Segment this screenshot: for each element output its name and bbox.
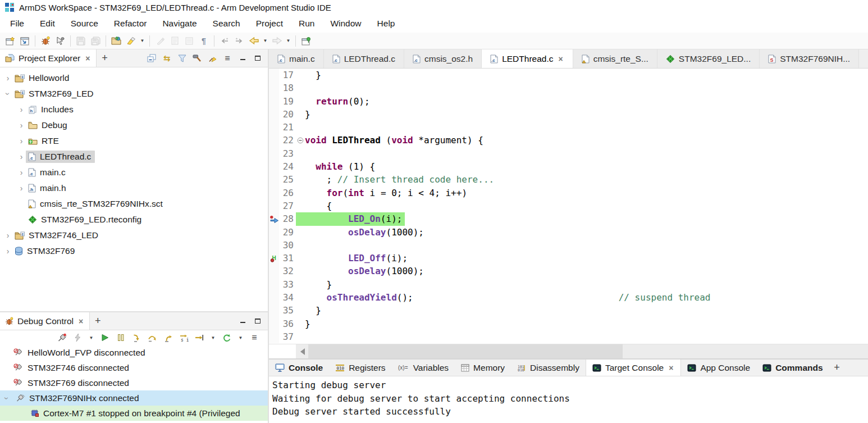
step-out-icon[interactable] (162, 331, 173, 344)
tree-item[interactable]: ›.cLEDThread.c (0, 149, 268, 165)
debug-select-icon[interactable] (53, 34, 67, 48)
fold-minus-icon[interactable] (296, 134, 305, 147)
editor-tab-main-c[interactable]: .cmain.c (269, 49, 324, 68)
debug-target-row[interactable]: HelloWorld_FVP disconnected (0, 345, 268, 360)
menu-edit[interactable]: Edit (32, 15, 63, 33)
segment-icon[interactable] (182, 34, 196, 48)
menu-source[interactable]: Source (63, 15, 106, 33)
highlighter-icon[interactable] (124, 34, 138, 48)
breakpoint-gutter[interactable] (269, 199, 279, 212)
save-as-icon[interactable] (18, 34, 31, 48)
breakpoint-gutter[interactable] (269, 212, 279, 225)
new-console-button[interactable]: + (829, 360, 845, 376)
disconnect-icon[interactable] (72, 331, 83, 344)
new-window-icon[interactable] (3, 34, 17, 48)
forward-icon[interactable] (270, 34, 284, 48)
menu-help[interactable]: Help (369, 15, 403, 33)
connect-icon[interactable] (56, 331, 67, 344)
save-icon[interactable] (74, 34, 88, 48)
continue-icon[interactable] (99, 331, 111, 344)
tree-item[interactable]: ›cHelloworld (0, 70, 268, 86)
clean-icon[interactable] (207, 52, 218, 65)
reset-icon[interactable] (221, 331, 232, 344)
close-icon[interactable]: × (557, 54, 564, 63)
breakpoint-gutter[interactable] (269, 317, 279, 330)
expand-arrow-icon[interactable]: › (17, 105, 26, 114)
console-tab-variables[interactable]: (x)=Variables (392, 360, 455, 376)
debug-target-row[interactable]: STM32F746 disconnected (0, 360, 268, 375)
debug-target-row[interactable]: ›STM32F769NIHx connected (0, 390, 268, 406)
dropdown-arrow-icon[interactable]: ▼ (88, 331, 95, 344)
debug-new-icon[interactable] (39, 34, 52, 48)
new-view-button[interactable]: + (90, 312, 106, 330)
dropdown-arrow-icon[interactable]: ▼ (262, 34, 269, 48)
dropdown-arrow-icon[interactable]: ▼ (285, 34, 292, 48)
step-over-icon[interactable] (147, 331, 158, 344)
back-icon[interactable] (247, 34, 261, 48)
horizontal-scrollbar[interactable] (269, 344, 868, 358)
expand-arrow-icon[interactable]: › (3, 74, 12, 83)
menu-file[interactable]: File (2, 15, 32, 33)
tree-item[interactable]: STM32F69_LED.rteconfig (0, 212, 268, 228)
console-tab-memory[interactable]: Memory (455, 360, 511, 376)
tree-item[interactable]: ›.cmain.c (0, 165, 268, 180)
tree-item[interactable]: ›Debug (0, 117, 268, 133)
run-to-icon[interactable] (194, 331, 205, 344)
console-tab-target-console[interactable]: Target Console× (586, 360, 681, 376)
tab-debug-control[interactable]: Debug Control × (0, 312, 90, 330)
step-mode-icon[interactable]: s i (178, 331, 189, 344)
breakpoint-gutter[interactable] (269, 187, 279, 199)
expand-arrow-icon[interactable]: › (17, 152, 26, 161)
expand-arrow-icon[interactable]: › (17, 184, 26, 193)
breakpoint-gutter[interactable]: H (269, 252, 279, 265)
tree-item[interactable]: ›hIncludes (0, 102, 268, 117)
tree-item[interactable]: ›cSTM32F746_LED (0, 228, 268, 243)
console-tab-console[interactable]: Console (269, 360, 329, 376)
dropdown-arrow-icon[interactable]: ▼ (237, 331, 244, 344)
dropdown-arrow-icon[interactable]: ▼ (139, 34, 146, 48)
tree-item[interactable]: ›cSTM32F69_LED (0, 86, 268, 102)
breakpoint-gutter[interactable] (269, 160, 279, 173)
breakpoint-gutter[interactable] (269, 278, 279, 291)
expand-arrow-icon[interactable]: › (3, 231, 12, 240)
close-icon[interactable]: × (77, 317, 84, 326)
debug-target-row[interactable]: Cortex-M7 #1 stopped on breakpoint #4 (P… (0, 406, 268, 421)
menu-project[interactable]: Project (248, 15, 291, 33)
expand-arrow-icon[interactable]: › (17, 168, 26, 177)
expand-arrow-icon[interactable]: › (17, 121, 26, 130)
menu-window[interactable]: Window (322, 15, 369, 33)
breakpoint-gutter[interactable] (269, 304, 279, 317)
editor-tab-stm32f69-led-[interactable]: STM32F69_LED... (657, 49, 760, 68)
console-tab-registers[interactable]: 010Registers (329, 360, 391, 376)
pause-icon[interactable] (115, 331, 126, 344)
link-editor-icon[interactable]: ⇆ (161, 52, 172, 65)
expand-arrow-icon[interactable]: › (3, 247, 12, 256)
next-edit-icon[interactable] (232, 34, 246, 48)
breakpoint-gutter[interactable] (269, 134, 279, 147)
editor-tab-ledthread-c[interactable]: .cLEDThread.c (324, 49, 404, 68)
minimize-icon[interactable] (237, 52, 248, 65)
console-tab-disassembly[interactable]: 101010Disassembly (511, 360, 586, 376)
view-menu-icon[interactable]: ≡ (249, 331, 260, 344)
close-icon[interactable]: × (668, 363, 674, 372)
expand-arrow-icon[interactable]: › (17, 137, 26, 145)
maximize-icon[interactable] (252, 52, 263, 65)
breakpoint-gutter[interactable] (269, 173, 279, 186)
menu-refactor[interactable]: Refactor (106, 15, 155, 33)
refresh-doc-icon[interactable] (168, 34, 181, 48)
open-folder-icon[interactable] (109, 34, 123, 48)
editor-tab-stm32f769nih-[interactable]: SSTM32F769NIH... (760, 49, 859, 68)
step-into-icon[interactable] (131, 331, 142, 344)
maximize-icon[interactable] (252, 315, 263, 328)
editor-tab-cmsis-rte-s-[interactable]: cmsis_rte_S... (573, 49, 657, 68)
bp-arrow-icon[interactable] (269, 215, 279, 223)
menu-navigate[interactable]: Navigate (154, 15, 204, 33)
scrollbar-thumb[interactable] (308, 344, 623, 358)
close-icon[interactable]: × (84, 54, 91, 63)
breakpoint-gutter[interactable] (269, 330, 279, 343)
breakpoint-gutter[interactable] (269, 121, 279, 134)
hw-breakpoint-icon[interactable]: H (270, 254, 278, 262)
build-icon[interactable] (191, 52, 203, 65)
editor-tab-cmsis-os2-h[interactable]: .ccmsis_os2.h (404, 49, 482, 68)
breakpoint-gutter[interactable] (269, 226, 279, 239)
